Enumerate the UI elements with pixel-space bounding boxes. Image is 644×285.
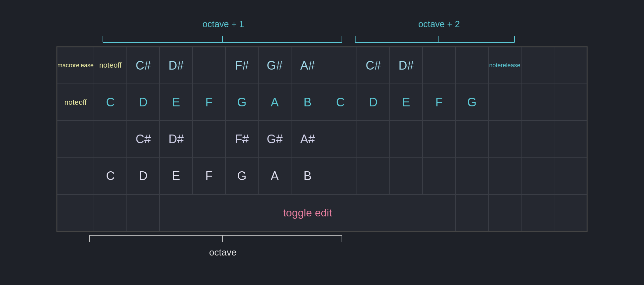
cell-r2-c12[interactable] bbox=[455, 121, 488, 157]
cell-r0-c12[interactable] bbox=[455, 47, 488, 84]
cell-r3-c7[interactable]: B bbox=[291, 158, 324, 195]
cell-r4-c13[interactable] bbox=[488, 195, 521, 231]
cell-r2-c3[interactable]: D# bbox=[160, 121, 193, 157]
cell-r2-c9[interactable] bbox=[357, 121, 390, 157]
cell-r2-c1[interactable] bbox=[94, 121, 127, 157]
cell-r1-c6[interactable]: A bbox=[258, 84, 291, 121]
cell-r2-c14[interactable] bbox=[521, 121, 554, 157]
cell-r0-c1[interactable]: noteoff bbox=[94, 47, 127, 84]
cell-r4-c15[interactable] bbox=[554, 195, 587, 231]
cell-r1-c15[interactable] bbox=[554, 84, 587, 121]
cell-r0-c8[interactable] bbox=[324, 47, 357, 84]
cell-r0-c11[interactable] bbox=[423, 47, 455, 84]
cell-r3-c9[interactable] bbox=[357, 158, 390, 195]
cell-r0-c6[interactable]: G# bbox=[258, 47, 291, 84]
cell-r4-c3[interactable]: toggle edit bbox=[160, 195, 455, 231]
cell-r1-c1[interactable]: C bbox=[94, 84, 127, 121]
cell-r3-c14[interactable] bbox=[521, 158, 554, 195]
cell-r0-c7[interactable]: A# bbox=[291, 47, 324, 84]
cell-r1-c3[interactable]: E bbox=[160, 84, 193, 121]
cell-r2-c11[interactable] bbox=[423, 121, 455, 157]
cell-r4-c0[interactable] bbox=[57, 195, 94, 231]
octave-plus-1-label: octave + 1 bbox=[202, 19, 244, 29]
cell-r1-c8[interactable]: C bbox=[324, 84, 357, 121]
cell-r3-c12[interactable] bbox=[455, 158, 488, 195]
cell-r0-c0[interactable]: macrorelease bbox=[57, 47, 94, 84]
cell-r2-c8[interactable] bbox=[324, 121, 357, 157]
cell-r0-c5[interactable]: F# bbox=[225, 47, 258, 84]
cell-r2-c5[interactable]: F# bbox=[225, 121, 258, 157]
cell-r0-c3[interactable]: D# bbox=[160, 47, 193, 84]
bottom-annotation: octave bbox=[56, 232, 588, 262]
cell-r2-c6[interactable]: G# bbox=[258, 121, 291, 157]
cell-r0-c9[interactable]: C# bbox=[357, 47, 390, 84]
cell-r1-c4[interactable]: F bbox=[193, 84, 225, 121]
cell-r2-c15[interactable] bbox=[554, 121, 587, 157]
top-annotation: octave + 1 octave + 2 bbox=[56, 17, 588, 46]
cell-r1-c2[interactable]: D bbox=[127, 84, 160, 121]
cell-r2-c13[interactable] bbox=[488, 121, 521, 157]
cell-r1-c10[interactable]: E bbox=[390, 84, 423, 121]
cell-r4-c12[interactable] bbox=[455, 195, 488, 231]
cell-r2-c0[interactable] bbox=[57, 121, 94, 157]
cell-r1-c9[interactable]: D bbox=[357, 84, 390, 121]
cell-r2-c2[interactable]: C# bbox=[127, 121, 160, 157]
cell-r2-c10[interactable] bbox=[390, 121, 423, 157]
cell-r3-c3[interactable]: E bbox=[160, 158, 193, 195]
cell-r3-c4[interactable]: F bbox=[193, 158, 225, 195]
cell-r1-c14[interactable] bbox=[521, 84, 554, 121]
cell-r4-c2[interactable] bbox=[127, 195, 160, 231]
cell-r1-c5[interactable]: G bbox=[225, 84, 258, 121]
cell-r1-c12[interactable]: G bbox=[455, 84, 488, 121]
cell-r3-c6[interactable]: A bbox=[258, 158, 291, 195]
cell-r0-c13[interactable]: noterelease bbox=[488, 47, 521, 84]
cell-r2-c7[interactable]: A# bbox=[291, 121, 324, 157]
cell-r3-c15[interactable] bbox=[554, 158, 587, 195]
octave-plus-2-label: octave + 2 bbox=[418, 19, 460, 29]
cell-r0-c10[interactable]: D# bbox=[390, 47, 423, 84]
cell-r0-c14[interactable] bbox=[521, 47, 554, 84]
cell-r1-c11[interactable]: F bbox=[423, 84, 455, 121]
keyboard-grid: macroreleasenoteoffC#D#F#G#A#C#D#noterel… bbox=[56, 46, 588, 232]
cell-r4-c1[interactable] bbox=[94, 195, 127, 231]
octave-bottom-label: octave bbox=[209, 247, 237, 258]
bottom-bracket-svg bbox=[56, 232, 588, 255]
cell-r1-c7[interactable]: B bbox=[291, 84, 324, 121]
cell-r3-c1[interactable]: C bbox=[94, 158, 127, 195]
cell-r3-c13[interactable] bbox=[488, 158, 521, 195]
cell-r1-c13[interactable] bbox=[488, 84, 521, 121]
top-brackets-svg bbox=[56, 29, 588, 52]
main-container: octave + 1 octave + 2 macroreleasenoteof… bbox=[30, 17, 614, 268]
cell-r3-c5[interactable]: G bbox=[225, 158, 258, 195]
cell-r3-c0[interactable] bbox=[57, 158, 94, 195]
cell-r4-c14[interactable] bbox=[521, 195, 554, 231]
cell-r0-c2[interactable]: C# bbox=[127, 47, 160, 84]
cell-r3-c2[interactable]: D bbox=[127, 158, 160, 195]
cell-r1-c0[interactable]: noteoff bbox=[57, 84, 94, 121]
cell-r3-c10[interactable] bbox=[390, 158, 423, 195]
cell-r3-c11[interactable] bbox=[423, 158, 455, 195]
cell-r0-c4[interactable] bbox=[193, 47, 225, 84]
cell-r3-c8[interactable] bbox=[324, 158, 357, 195]
cell-r2-c4[interactable] bbox=[193, 121, 225, 157]
cell-r0-c15[interactable] bbox=[554, 47, 587, 84]
